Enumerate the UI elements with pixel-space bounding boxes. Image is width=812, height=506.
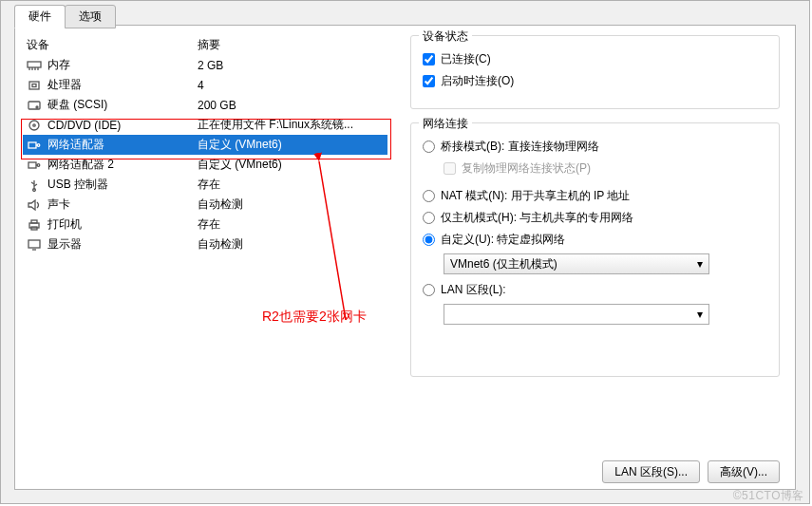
device-summary: 200 GB (198, 99, 384, 112)
connected-label: 已连接(C) (441, 51, 491, 67)
device-summary: 存在 (198, 177, 384, 193)
device-name: 显示器 (47, 236, 82, 253)
device-row[interactable]: 内存2 GB (23, 55, 387, 75)
disk-icon (27, 99, 42, 112)
device-summary: 存在 (198, 216, 384, 233)
custom-radio-row[interactable]: 自定义(U): 特定虚拟网络 (423, 232, 767, 248)
annotation-text: R2也需要2张网卡 (262, 309, 367, 326)
device-row[interactable]: 硬盘 (SCSI)200 GB (23, 95, 387, 115)
bridged-label: 桥接模式(B): 直接连接物理网络 (441, 139, 599, 155)
device-name: 硬盘 (SCSI) (47, 97, 107, 113)
lan-radio[interactable] (423, 284, 435, 296)
replicate-checkbox (444, 162, 456, 175)
device-list-header: 设备 摘要 (23, 35, 387, 55)
lan-radio-row[interactable]: LAN 区段(L): (423, 282, 767, 298)
connected-checkbox-row[interactable]: 已连接(C) (423, 51, 767, 67)
cd-icon (27, 119, 42, 132)
svg-rect-5 (29, 82, 39, 89)
custom-label: 自定义(U): 特定虚拟网络 (441, 232, 565, 248)
replicate-label: 复制物理网络连接状态(P) (462, 160, 591, 177)
device-summary: 2 GB (198, 59, 384, 72)
device-summary: 自动检测 (198, 236, 384, 253)
sheet: 设备 摘要 内存2 GB处理器4硬盘 (SCSI)200 GBCD/DVD (I… (14, 25, 796, 490)
device-row[interactable]: 打印机存在 (23, 215, 387, 234)
button-row: LAN 区段(S)... 高级(V)... (602, 460, 780, 483)
device-row[interactable]: CD/DVD (IDE)正在使用文件 F:\Linux系统镜... (23, 115, 387, 135)
svg-point-15 (37, 163, 40, 166)
poweron-checkbox-row[interactable]: 启动时连接(O) (423, 73, 767, 89)
poweron-checkbox[interactable] (423, 75, 435, 87)
svg-point-9 (29, 121, 39, 130)
bridged-radio[interactable] (423, 141, 435, 153)
chevron-down-icon: ▾ (697, 257, 703, 271)
connected-checkbox[interactable] (423, 53, 435, 66)
advanced-button[interactable]: 高级(V)... (708, 460, 780, 483)
col-device: 设备 (27, 37, 198, 53)
printer-icon (27, 218, 42, 232)
svg-point-10 (33, 123, 35, 125)
poweron-label: 启动时连接(O) (441, 73, 514, 89)
svg-point-12 (37, 143, 40, 146)
svg-rect-6 (32, 84, 36, 86)
svg-rect-11 (28, 142, 36, 148)
device-name: 内存 (47, 57, 70, 73)
settings-pane: 设备状态 已连接(C) 启动时连接(O) 网络连接 桥接模式(B): 直接连接物 (395, 26, 795, 489)
svg-rect-22 (28, 240, 40, 248)
device-name: 打印机 (47, 216, 82, 233)
tab-options[interactable]: 选项 (65, 5, 116, 28)
device-list[interactable]: 内存2 GB处理器4硬盘 (SCSI)200 GBCD/DVD (IDE)正在使… (23, 55, 387, 254)
device-summary: 自定义 (VMnet6) (198, 137, 384, 153)
device-name: 声卡 (47, 197, 70, 213)
device-name: 处理器 (47, 77, 82, 93)
device-name: 网络适配器 2 (47, 157, 114, 173)
lan-segment-select[interactable]: ▾ (444, 304, 709, 325)
device-row[interactable]: 处理器4 (23, 75, 387, 95)
watermark: ©51CTO博客 (733, 488, 804, 504)
nat-radio[interactable] (423, 190, 435, 202)
network-connection-group: 网络连接 桥接模式(B): 直接连接物理网络 复制物理网络连接状态(P) NAT… (410, 122, 780, 377)
custom-vmnet-select[interactable]: VMnet6 (仅主机模式) ▾ (444, 253, 709, 274)
sound-icon (27, 198, 42, 212)
device-name: USB 控制器 (47, 177, 108, 193)
nat-radio-row[interactable]: NAT 模式(N): 用于共享主机的 IP 地址 (423, 188, 767, 204)
device-summary: 自动检测 (198, 197, 384, 213)
tabs: 硬件 选项 (14, 5, 115, 28)
device-summary: 4 (198, 79, 384, 92)
lan-segments-button[interactable]: LAN 区段(S)... (602, 460, 700, 483)
replicate-row: 复制物理网络连接状态(P) (444, 160, 767, 177)
device-row[interactable]: 网络适配器 2自定义 (VMnet6) (23, 155, 387, 175)
device-status-legend: 设备状态 (419, 28, 472, 45)
net-icon (27, 159, 42, 172)
device-name: 网络适配器 (47, 137, 104, 153)
hostonly-radio[interactable] (423, 212, 435, 224)
device-status-group: 设备状态 已连接(C) 启动时连接(O) (410, 35, 780, 109)
hostonly-label: 仅主机模式(H): 与主机共享的专用网络 (441, 210, 633, 226)
device-row[interactable]: 声卡自动检测 (23, 195, 387, 215)
lan-label: LAN 区段(L): (441, 282, 506, 298)
svg-point-8 (36, 106, 38, 108)
device-row[interactable]: 显示器自动检测 (23, 234, 387, 254)
custom-radio[interactable] (423, 234, 435, 246)
network-legend: 网络连接 (419, 116, 472, 132)
device-summary: 正在使用文件 F:\Linux系统镜... (198, 117, 384, 133)
net-icon (27, 139, 42, 152)
device-row[interactable]: USB 控制器存在 (23, 175, 387, 195)
svg-rect-0 (28, 62, 41, 67)
cpu-icon (27, 79, 42, 92)
display-icon (27, 238, 42, 252)
nat-label: NAT 模式(N): 用于共享主机的 IP 地址 (441, 188, 630, 204)
svg-rect-20 (31, 220, 37, 223)
hostonly-radio-row[interactable]: 仅主机模式(H): 与主机共享的专用网络 (423, 210, 767, 226)
device-summary: 自定义 (VMnet6) (198, 157, 384, 173)
bridged-radio-row[interactable]: 桥接模式(B): 直接连接物理网络 (423, 139, 767, 155)
device-pane: 设备 摘要 内存2 GB处理器4硬盘 (SCSI)200 GBCD/DVD (I… (15, 26, 395, 489)
device-name: CD/DVD (IDE) (47, 119, 121, 132)
vm-settings-dialog: 硬件 选项 设备 摘要 内存2 GB处理器4硬盘 (SCSI)200 GBCD/… (0, 0, 810, 504)
chevron-down-icon: ▾ (697, 308, 703, 321)
device-row[interactable]: 网络适配器自定义 (VMnet6) (23, 135, 387, 155)
usb-icon (27, 178, 42, 192)
tab-hardware[interactable]: 硬件 (14, 5, 66, 28)
custom-vmnet-value: VMnet6 (仅主机模式) (450, 256, 557, 272)
col-summary: 摘要 (198, 37, 384, 53)
memory-icon (27, 59, 42, 72)
